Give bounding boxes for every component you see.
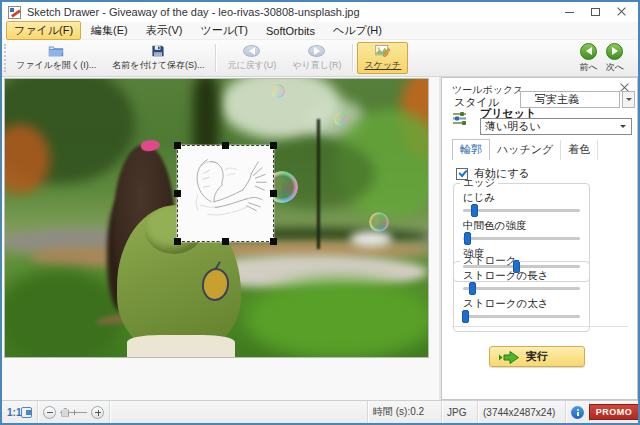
soap-bubble (334, 112, 348, 126)
slider-thumb[interactable] (469, 282, 476, 295)
menu-edit[interactable]: 編集(E) (83, 21, 136, 40)
slider-track[interactable] (463, 209, 580, 212)
selection-handle-s[interactable] (222, 238, 229, 245)
sketch-selection-box[interactable] (177, 145, 274, 242)
toolbar-separator (352, 44, 353, 72)
preset-select[interactable]: 薄い明るい (480, 118, 632, 135)
sketch-icon (374, 45, 392, 57)
selection-handle-w[interactable] (174, 190, 181, 197)
slider-row: ストロークの長さ (463, 269, 580, 290)
toolbox-tabs: 輪郭 ハッチング 着色 (452, 142, 598, 160)
stroke-group-title: ストローク (460, 254, 519, 268)
close-icon (616, 7, 626, 17)
run-label: 実行 (526, 349, 548, 364)
process-time: 時間 (s):0.2 (373, 405, 424, 419)
run-button[interactable]: 実行 (489, 346, 585, 367)
minimize-button[interactable] (556, 3, 582, 21)
image-dimensions: (3744x2487x24) (483, 407, 555, 418)
prev-label: 前へ (580, 61, 598, 74)
close-button[interactable] (608, 3, 634, 21)
menu-file[interactable]: ファイル(F) (6, 21, 81, 40)
open-file-icon (46, 45, 66, 57)
zoom-control (38, 401, 110, 423)
slider-track[interactable] (463, 237, 580, 240)
statusbar: 1:1 時間 (s):0.2 JPG (3744x2487x24) PROMO (2, 400, 638, 423)
slider-track[interactable] (463, 315, 580, 318)
toolbar-separator (215, 44, 216, 72)
next-label: 次へ (606, 61, 624, 74)
undo-icon (243, 45, 260, 57)
app-icon (8, 6, 21, 19)
zoom-in-button[interactable] (91, 406, 104, 419)
slider-label: ストロークの長さ (463, 269, 580, 283)
save-icon (150, 45, 166, 57)
soap-bubble (271, 84, 285, 98)
menubar: ファイル(F) 編集(E) 表示(V) ツール(T) SoftOrbits ヘル… (2, 22, 638, 40)
fit-to-screen-icon[interactable] (21, 407, 32, 418)
undo-button[interactable]: 元に戻す(U) (220, 42, 283, 74)
zoom-slider-thumb[interactable] (61, 408, 69, 417)
save-as-button[interactable]: 名前を付けて保存(S)... (105, 42, 211, 74)
selection-handle-e[interactable] (270, 190, 277, 197)
toolbox-panel: ツールボックス スタイル 写実主義 プリセット 薄い明るい 輪郭 ハッチング 着… (441, 77, 638, 400)
slider-label: ストロークの太さ (463, 297, 580, 311)
zoom-ratio[interactable]: 1:1 (7, 407, 21, 418)
image-canvas[interactable] (2, 77, 439, 400)
slider-thumb[interactable] (471, 204, 478, 217)
hair-bow (140, 138, 161, 152)
next-icon (606, 43, 623, 60)
redo-label: やり直し(R) (292, 59, 341, 72)
menu-tools[interactable]: ツール(T) (192, 21, 256, 40)
slider-track[interactable] (463, 287, 580, 290)
promo-badge[interactable]: PROMO (589, 404, 640, 420)
slider-thumb[interactable] (462, 310, 469, 323)
sketch-preview (178, 146, 273, 241)
slider-label: 中間色の強度 (463, 219, 580, 233)
zoom-out-button[interactable] (43, 406, 56, 419)
file-format: JPG (447, 407, 466, 418)
tab-coloring[interactable]: 着色 (561, 140, 598, 160)
sketch-button[interactable]: スケッチ (357, 42, 408, 74)
maximize-button[interactable] (582, 3, 608, 21)
redo-button[interactable]: やり直し(R) (285, 42, 348, 74)
save-as-label: 名前を付けて保存(S)... (112, 59, 204, 72)
slider-thumb[interactable] (464, 232, 471, 245)
menu-view[interactable]: 表示(V) (138, 21, 191, 40)
prev-button[interactable]: 前へ (576, 40, 602, 76)
next-button[interactable]: 次へ (602, 40, 628, 76)
open-file-label: ファイルを開く(I)... (16, 59, 96, 72)
zoom-slider-tick (74, 410, 75, 415)
selection-handle-ne[interactable] (270, 142, 277, 149)
statusbar-spacer (110, 401, 368, 423)
preset-icon (452, 111, 468, 126)
sketch-label: スケッチ (364, 59, 401, 72)
toolbar: ファイルを開く(I)... 名前を付けて保存(S)... 元に戻す(U) やり直… (2, 40, 638, 77)
tab-outline[interactable]: 輪郭 (452, 139, 490, 160)
open-file-button[interactable]: ファイルを開く(I)... (9, 42, 103, 74)
edge-group-title: エッジ (460, 176, 498, 190)
slider-row: 中間色の強度 (463, 219, 580, 240)
stroke-group: ストローク ストロークの長さストロークの太さ (453, 254, 590, 332)
run-arrow-icon (498, 350, 522, 365)
style-dropdown-button[interactable] (622, 91, 635, 108)
prev-icon (580, 43, 597, 60)
selection-handle-n[interactable] (222, 142, 229, 149)
skirt (127, 335, 235, 357)
tab-hatching[interactable]: ハッチング (490, 140, 561, 160)
panel-divider (452, 326, 628, 327)
slider-row: にじみ (463, 191, 580, 212)
menu-softorbits[interactable]: SoftOrbits (258, 23, 323, 39)
selection-handle-se[interactable] (270, 238, 277, 245)
titlebar: Sketch Drawer - Giveaway of the day - le… (2, 2, 638, 22)
minimize-icon (565, 12, 574, 13)
menu-help[interactable]: ヘルプ(H) (325, 21, 390, 40)
main-area: ツールボックス スタイル 写実主義 プリセット 薄い明るい 輪郭 ハッチング 着… (2, 77, 638, 400)
selection-handle-sw[interactable] (174, 238, 181, 245)
info-icon[interactable] (571, 406, 584, 419)
selection-handle-nw[interactable] (174, 142, 181, 149)
photo[interactable] (5, 79, 428, 357)
redo-icon (308, 45, 325, 57)
zoom-slider-track[interactable] (60, 412, 87, 413)
undo-label: 元に戻す(U) (227, 59, 276, 72)
soap-bubble (369, 212, 389, 232)
